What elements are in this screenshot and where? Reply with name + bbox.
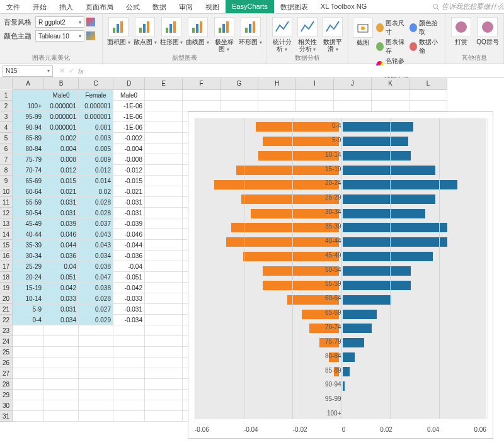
cell[interactable]	[113, 347, 145, 358]
row-header[interactable]: 18	[0, 272, 13, 283]
cell[interactable]	[220, 101, 258, 111]
cell[interactable]: 0.028	[79, 293, 113, 304]
row-header[interactable]: 16	[0, 251, 13, 261]
cell[interactable]: -0.002	[113, 133, 145, 144]
cell[interactable]	[13, 90, 44, 101]
cell[interactable]	[113, 368, 145, 379]
cell[interactable]: 0.028	[79, 208, 113, 218]
fx-icon[interactable]: fx	[78, 67, 84, 75]
row-header[interactable]: 13	[0, 218, 13, 229]
row-header[interactable]: 10	[0, 186, 13, 197]
cell[interactable]	[44, 325, 79, 336]
cell[interactable]: 0.000001	[44, 111, 79, 122]
cell[interactable]	[410, 101, 447, 111]
row-header[interactable]: 22	[0, 315, 13, 325]
cell[interactable]: 0.027	[79, 304, 113, 315]
row-header[interactable]: 1	[0, 90, 13, 101]
cell[interactable]: 75-79	[13, 154, 44, 165]
cell[interactable]	[145, 122, 183, 133]
cell[interactable]	[145, 315, 183, 325]
cancel-icon[interactable]: ✕	[59, 67, 65, 75]
cell[interactable]: -0.046	[113, 229, 145, 240]
row-header[interactable]: 25	[0, 347, 13, 358]
tellme-search[interactable]: 告诉我您想要做什么	[432, 0, 504, 13]
cell[interactable]	[145, 379, 183, 390]
cell[interactable]: 0.046	[44, 229, 79, 240]
cell[interactable]: 55-59	[13, 197, 44, 208]
embedded-chart[interactable]: 0-45-910-1415-1920-2425-2930-3435-3940-4…	[188, 111, 493, 439]
cell[interactable]	[113, 400, 145, 411]
cell[interactable]	[145, 325, 183, 336]
cell[interactable]: 5-9	[13, 304, 44, 315]
cell[interactable]	[79, 368, 113, 379]
column-header[interactable]: G	[220, 78, 258, 90]
row-header[interactable]: 7	[0, 154, 13, 165]
cell[interactable]: 0.037	[79, 218, 113, 229]
row-header[interactable]: 28	[0, 379, 13, 390]
cell[interactable]	[13, 390, 44, 400]
row-header[interactable]: 23	[0, 325, 13, 336]
cell[interactable]: 0.04	[44, 261, 79, 272]
cell[interactable]	[183, 90, 220, 101]
cell[interactable]	[183, 101, 220, 111]
cell[interactable]: 0.051	[44, 272, 79, 283]
cell[interactable]	[296, 101, 334, 111]
cell[interactable]	[145, 218, 183, 229]
cell[interactable]: 0.029	[79, 315, 113, 325]
cell[interactable]	[145, 368, 183, 379]
cell[interactable]: 0.039	[44, 218, 79, 229]
cell[interactable]: 0.044	[44, 240, 79, 251]
name-box[interactable]: N15▾	[3, 65, 53, 77]
row-header[interactable]: 20	[0, 293, 13, 304]
cell[interactable]	[79, 336, 113, 347]
tab-4[interactable]: 公式	[120, 0, 146, 13]
cell[interactable]: -0.015	[113, 176, 145, 186]
chart-type-button[interactable]: 环形图 ▾	[239, 17, 263, 53]
chart-type-button[interactable]: 极坐标图 ▾	[212, 17, 236, 53]
cell[interactable]: 50-54	[13, 208, 44, 218]
cell[interactable]	[44, 400, 79, 411]
cell[interactable]: 0.031	[44, 208, 79, 218]
row-header[interactable]: 29	[0, 390, 13, 400]
cell[interactable]	[13, 411, 44, 422]
cell[interactable]: 85-89	[13, 133, 44, 144]
cell[interactable]	[145, 101, 183, 111]
cell[interactable]	[372, 101, 410, 111]
cell[interactable]: 0.005	[79, 144, 113, 154]
cell[interactable]: 0.015	[44, 176, 79, 186]
cell[interactable]	[145, 186, 183, 197]
cell[interactable]	[145, 390, 183, 400]
chart-type-button[interactable]: 柱形图 ▾	[159, 17, 183, 53]
column-header[interactable]: E	[145, 78, 183, 90]
cell[interactable]	[44, 379, 79, 390]
cell[interactable]: 0.047	[79, 272, 113, 283]
cell[interactable]	[145, 208, 183, 218]
analysis-button[interactable]: 数据平滑 ▾	[321, 17, 344, 53]
cell[interactable]	[13, 368, 44, 379]
cell[interactable]: 45-49	[13, 218, 44, 229]
column-header[interactable]: C	[79, 78, 113, 90]
column-header[interactable]: A	[13, 78, 44, 90]
column-header[interactable]: D	[113, 78, 145, 90]
swatch-icon[interactable]	[86, 31, 95, 40]
tab-8[interactable]: EasyCharts	[226, 0, 274, 13]
cell[interactable]	[79, 347, 113, 358]
cell[interactable]: -0.039	[113, 218, 145, 229]
cell[interactable]	[13, 400, 44, 411]
cell[interactable]	[372, 90, 410, 101]
cell[interactable]	[145, 336, 183, 347]
cell[interactable]: -1E-06	[113, 111, 145, 122]
cell[interactable]: 95-99	[13, 111, 44, 122]
cell[interactable]: -0.012	[113, 165, 145, 176]
cell[interactable]: 0.034	[79, 251, 113, 261]
cell[interactable]: -0.034	[113, 315, 145, 325]
cell[interactable]	[145, 240, 183, 251]
cell[interactable]	[145, 176, 183, 186]
cell[interactable]: 20-24	[13, 272, 44, 283]
tab-10[interactable]: XL Toolbox NG	[314, 0, 373, 13]
cell[interactable]: 35-39	[13, 240, 44, 251]
cell[interactable]: 0.021	[44, 186, 79, 197]
bg-style-combo[interactable]: R ggplot2▾	[35, 16, 84, 28]
chart-type-button[interactable]: 面积图 ▾	[106, 17, 130, 53]
cell[interactable]: Female	[79, 90, 113, 101]
